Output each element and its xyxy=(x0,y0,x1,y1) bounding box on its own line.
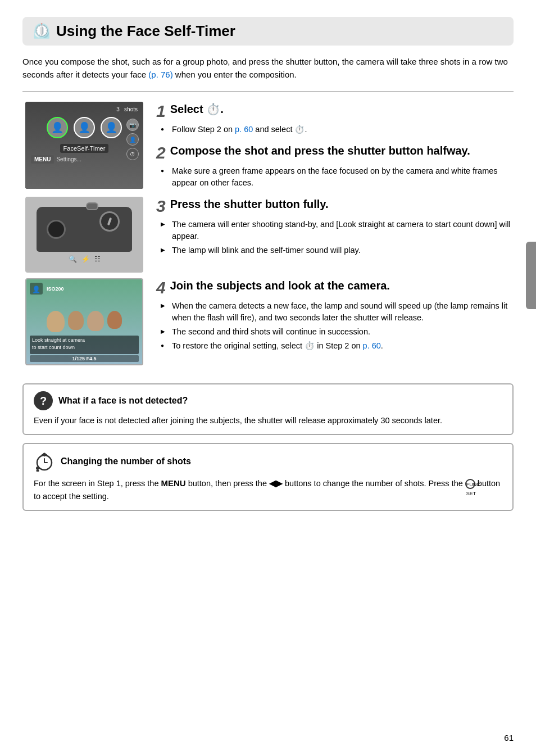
title-icon: ⏲️ xyxy=(33,22,51,40)
step-row-1-2: 3 shots 👤 👤 👤 📷 👤 xyxy=(22,102,514,191)
step-row-3: 🔍 ⚡ ☷ 3 Press the shutter button fully. … xyxy=(22,197,514,273)
face-1 xyxy=(47,311,65,332)
step-4-content: 4 Join the subjects and look at the came… xyxy=(156,278,514,354)
grid-icon: ☷ xyxy=(94,255,101,263)
changing-shots-box: Changing the number of shots For the scr… xyxy=(22,443,514,511)
group-photo-screen: 👤 ISO200 Look straight a xyxy=(26,279,142,364)
step-1-number: 1 xyxy=(156,102,166,120)
info-box-title: What if a face is not detected? xyxy=(58,396,188,406)
settings-label: Settings... xyxy=(56,156,81,162)
step-1-link[interactable]: p. 60 xyxy=(235,125,253,134)
svg-point-6 xyxy=(43,452,46,455)
camera-screen-3: 👤 ISO200 Look straight a xyxy=(25,278,143,365)
shutter-button xyxy=(86,202,98,210)
mode-dial xyxy=(99,211,120,232)
info-box: ? What if a face is not detected? Even i… xyxy=(22,383,514,435)
step-row-4: 👤 ISO200 Look straight a xyxy=(22,278,514,365)
message-line2: to start count down xyxy=(32,345,137,351)
timer-icon-svg xyxy=(34,451,54,472)
page-title: Using the Face Self-Timer xyxy=(56,22,235,40)
step-1-title-text: Select ⏱️. xyxy=(170,102,511,116)
camera-screen-1: 3 shots 👤 👤 👤 📷 👤 xyxy=(25,102,143,189)
shots-badge: 3 shots xyxy=(116,106,138,112)
func-set-button: FUNCSET xyxy=(465,479,475,489)
step-2-title: 2 Compose the shot and press the shutter… xyxy=(156,143,514,162)
face-4 xyxy=(107,311,122,329)
step-3-number: 3 xyxy=(156,197,166,215)
page-title-box: ⏲️ Using the Face Self-Timer xyxy=(22,17,514,46)
step-3-bullets: The camera will enter shooting stand-by,… xyxy=(161,219,514,256)
step-image-col-2: 🔍 ⚡ ☷ xyxy=(22,197,146,273)
step-1-title: 1 Select ⏱️. xyxy=(156,102,514,120)
message-overlay: Look straight at camera to start count d… xyxy=(30,336,139,354)
step-4-bullet-3: To restore the original setting, select … xyxy=(161,340,514,352)
lr-arrows: ◀▶ xyxy=(269,479,283,488)
step-2-bullets: Make sure a green frame appears on the f… xyxy=(161,165,514,189)
face-white-frame-2: 👤 xyxy=(101,117,122,138)
group-faces xyxy=(30,311,139,332)
step-3-content: 3 Press the shutter button fully. The ca… xyxy=(156,197,514,259)
step-3-title: 3 Press the shutter button fully. xyxy=(156,197,514,215)
camera-icons-row: 🔍 ⚡ ☷ xyxy=(69,255,101,263)
step-4-link[interactable]: p. 60 xyxy=(363,341,381,350)
step-2-number: 2 xyxy=(156,143,166,162)
page-number: 61 xyxy=(504,733,514,743)
face-green-frame: 👤 xyxy=(47,117,68,138)
zoom-icon: 🔍 xyxy=(69,255,77,263)
face-2 xyxy=(68,311,84,330)
svg-point-7 xyxy=(36,467,39,470)
step-1: 1 Select ⏱️. Follow Step 2 on p. 60 and … xyxy=(156,102,514,135)
intro-paragraph: Once you compose the shot, such as for a… xyxy=(22,56,514,81)
camera-body-top xyxy=(37,207,132,252)
step-image-col-3: 👤 ISO200 Look straight a xyxy=(22,278,146,365)
step-4-bullets: When the camera detects a new face, the … xyxy=(161,300,514,352)
step-4-title: 4 Join the subjects and look at the came… xyxy=(156,278,514,297)
timer-settings-icon xyxy=(34,451,55,472)
steps-area: 3 shots 👤 👤 👤 📷 👤 xyxy=(22,102,514,371)
face-3 xyxy=(87,311,104,331)
step-image-col-1: 3 shots 👤 👤 👤 📷 👤 xyxy=(22,102,146,189)
step-4-title-text: Join the subjects and look at the camera… xyxy=(170,278,511,293)
mode-icon-1: 📷 xyxy=(126,119,139,131)
step-3-bullet-1: The camera will enter shooting stand-by,… xyxy=(161,219,514,242)
info-box-text: Even if your face is not detected after … xyxy=(34,415,502,427)
mode-icon-2: 👤 xyxy=(126,133,139,146)
face-white-frame-1: 👤 xyxy=(74,117,95,138)
step-3-title-text: Press the shutter button fully. xyxy=(170,197,511,211)
iso-label: ISO200 xyxy=(47,283,64,292)
menu-row: MENU Settings... xyxy=(31,155,81,164)
step-3-bullet-2: The lamp will blink and the self-timer s… xyxy=(161,245,514,256)
menu-keyword: MENU xyxy=(161,478,185,488)
step-4-bullet-2: The second and third shots will continue… xyxy=(161,326,514,338)
camera-lens xyxy=(47,220,66,239)
question-icon: ? xyxy=(34,391,53,410)
info-box-header: ? What if a face is not detected? xyxy=(34,391,502,410)
mode-label: FaceSelf-Timer xyxy=(60,144,109,153)
exposure-value: 1/125 F4.5 xyxy=(72,356,96,361)
camera-screen-2: 🔍 ⚡ ☷ xyxy=(25,197,143,273)
svg-rect-8 xyxy=(37,470,39,472)
changing-shots-header: Changing the number of shots xyxy=(34,451,502,472)
step-2: 2 Compose the shot and press the shutter… xyxy=(156,143,514,189)
mode-icon-3: ⏱ xyxy=(126,148,139,160)
step-4-number: 4 xyxy=(156,278,166,297)
changing-shots-text: For the screen in Step 1, press the MENU… xyxy=(34,477,502,503)
section-divider xyxy=(22,91,514,92)
camera-top-illustration: 🔍 ⚡ ☷ xyxy=(26,198,142,271)
message-line1: Look straight at camera xyxy=(32,337,137,344)
flash-icon: ⚡ xyxy=(81,255,90,263)
step-1-bullet-1: Follow Step 2 on p. 60 and select ⏱️. xyxy=(161,124,514,135)
step-2-title-text: Compose the shot and press the shutter b… xyxy=(170,143,511,158)
menu-button: MENU xyxy=(31,155,54,164)
exposure-info: 1/125 F4.5 xyxy=(30,355,139,362)
sidebar-tab xyxy=(526,242,536,309)
step-2-bullet-1: Make sure a green frame appears on the f… xyxy=(161,165,514,189)
person-icon-badge: 👤 xyxy=(30,283,43,295)
step-1-2-content: 1 Select ⏱️. Follow Step 2 on p. 60 and … xyxy=(156,102,514,191)
step-1-bullets: Follow Step 2 on p. 60 and select ⏱️. xyxy=(161,124,514,135)
changing-shots-title: Changing the number of shots xyxy=(61,456,191,467)
intro-link[interactable]: (p. 76) xyxy=(148,70,172,79)
step-4-bullet-1: When the camera detects a new face, the … xyxy=(161,300,514,324)
